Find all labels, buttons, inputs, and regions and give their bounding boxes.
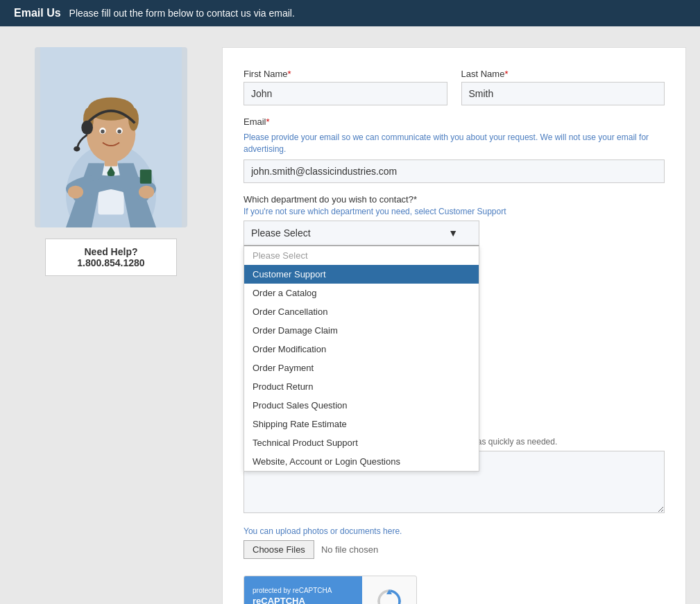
help-phone-text: Need Help? 1.800.854.1280: [77, 246, 144, 268]
dropdown-option-modification[interactable]: Order Modification: [244, 340, 479, 359]
page-title: Email Us: [14, 7, 61, 19]
email-group: Email* Please provide your email so we c…: [244, 117, 665, 183]
left-panel: Need Help? 1.800.854.1280: [14, 47, 208, 604]
recaptcha-icon: [376, 588, 402, 604]
dropdown-display[interactable]: Please Select ▼: [244, 221, 479, 245]
dropdown-option-tech[interactable]: Technical Product Support: [244, 433, 479, 452]
choose-files-button[interactable]: Choose Files: [244, 540, 314, 559]
svg-point-14: [117, 130, 121, 134]
dropdown-current-value: Please Select: [251, 227, 311, 239]
department-dropdown[interactable]: Please Select ▼ Please Select Customer S…: [244, 221, 479, 245]
last-name-group: Last Name*: [461, 69, 665, 105]
dropdown-option-payment[interactable]: Order Payment: [244, 359, 479, 377]
dept-group: Which department do you wish to contact?…: [244, 194, 665, 245]
recaptcha-box[interactable]: protected by reCAPTCHA reCAPTCHA Privacy…: [244, 576, 417, 604]
dropdown-option-customer-support[interactable]: Customer Support: [244, 265, 479, 284]
svg-point-16: [74, 146, 80, 151]
dropdown-option-catalog[interactable]: Order a Catalog: [244, 284, 479, 302]
recaptcha-protected-text: protected by reCAPTCHA: [253, 587, 354, 594]
svg-point-13: [101, 130, 105, 134]
dropdown-option-sales[interactable]: Product Sales Question: [244, 396, 479, 415]
email-input[interactable]: [244, 159, 665, 183]
email-hint: Please provide your email so we can comm…: [244, 132, 665, 155]
recaptcha-section: protected by reCAPTCHA reCAPTCHA Privacy…: [244, 576, 665, 604]
dept-hint: If you're not sure which department you …: [244, 207, 665, 216]
last-name-label: Last Name*: [461, 69, 665, 79]
svg-rect-19: [140, 169, 152, 183]
upload-row: Choose Files No file chosen: [244, 540, 665, 559]
dropdown-option-cancellation[interactable]: Order Cancellation: [244, 302, 479, 321]
svg-point-18: [139, 186, 154, 199]
form-panel: First Name* Last Name* Email* Please pro…: [222, 47, 686, 604]
page-subtitle: Please fill out the form below to contac…: [69, 8, 295, 19]
agent-image: [35, 47, 187, 227]
dropdown-list: Please Select Customer Support Order a C…: [244, 245, 479, 472]
header-bar: Email Us Please fill out the form below …: [0, 0, 700, 26]
upload-section: You can upload photos or documents here.…: [244, 526, 665, 559]
name-row: First Name* Last Name*: [244, 69, 665, 105]
dropdown-option-placeholder[interactable]: Please Select: [244, 246, 479, 265]
dept-label: Which department do you wish to contact?…: [244, 194, 665, 205]
first-name-group: First Name*: [244, 69, 447, 105]
email-label: Email*: [244, 117, 665, 127]
dropdown-arrow-icon: ▼: [448, 227, 458, 239]
recaptcha-brand-text: reCAPTCHA: [253, 596, 354, 604]
dropdown-option-shipping[interactable]: Shipping Rate Estimate: [244, 415, 479, 433]
dropdown-option-return[interactable]: Product Return: [244, 377, 479, 396]
first-name-label: First Name*: [244, 69, 447, 79]
help-phone-box: Need Help? 1.800.854.1280: [45, 239, 177, 276]
first-name-input[interactable]: [244, 82, 447, 105]
last-name-input[interactable]: [461, 82, 665, 105]
dropdown-option-damage[interactable]: Order Damage Claim: [244, 321, 479, 340]
upload-hint: You can upload photos or documents here.: [244, 526, 665, 536]
recaptcha-right: [362, 588, 416, 604]
dropdown-option-website[interactable]: Website, Account or Login Questions: [244, 452, 479, 471]
svg-point-15: [81, 121, 93, 135]
recaptcha-left: protected by reCAPTCHA reCAPTCHA Privacy…: [244, 576, 362, 604]
no-file-text: No file chosen: [321, 544, 378, 555]
svg-point-17: [68, 186, 83, 199]
